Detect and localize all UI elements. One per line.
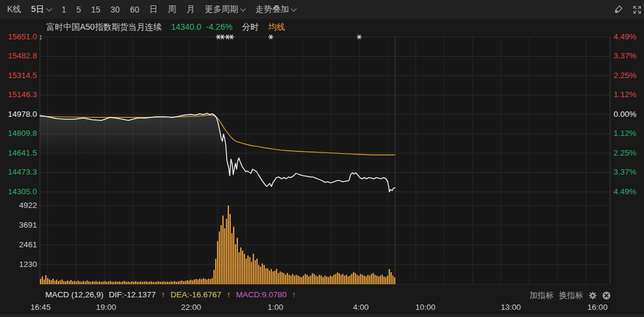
- toolbar-item-period-30min[interactable]: 30: [110, 5, 120, 14]
- chevron-down-icon: [47, 6, 52, 12]
- toolbar-item-period-5min[interactable]: 5: [76, 5, 81, 14]
- toolbar-item-label: 5: [76, 5, 81, 14]
- period-tabs: K线5日15153060日周月更多周期走势叠加: [7, 4, 296, 15]
- toolbar-item-period-5day[interactable]: 5日: [31, 4, 51, 15]
- draw-tool-icon[interactable]: [614, 5, 623, 14]
- toolbar-item-label: 月: [186, 4, 194, 15]
- toolbar-item-label: 周: [168, 4, 176, 15]
- chevron-down-icon: [291, 6, 297, 12]
- indicator-settings-gear-icon[interactable]: [589, 291, 597, 300]
- price-chart[interactable]: [0, 0, 644, 317]
- instrument-name: 富时中国A50指数期货当月连续: [47, 22, 162, 33]
- toolbar-item-label: 更多周期: [205, 4, 238, 15]
- mode-ma-tab[interactable]: 均线: [268, 22, 285, 33]
- axis-range-icon[interactable]: ↕: [39, 32, 43, 41]
- toolbar-item-label: 1: [61, 5, 66, 14]
- dea-readout: DEA:-16.6767: [171, 290, 221, 299]
- toolbar-item-more-periods[interactable]: 更多周期: [205, 4, 245, 15]
- macd-params-label: MACD (12,26,9): [45, 290, 104, 299]
- toolbar-item-period-1min[interactable]: 1: [61, 5, 66, 14]
- change-percent: -4.26%: [206, 22, 233, 32]
- indicator-controls: 加指标 换指标: [530, 290, 611, 301]
- toolbar-item-period-month[interactable]: 月: [186, 4, 194, 15]
- macd-readout: MACD:9.0780: [236, 290, 287, 299]
- last-price: 14340.0: [171, 22, 202, 32]
- dea-up-arrow-icon: ↑: [227, 290, 231, 299]
- toolbar-item-period-60min[interactable]: 60: [130, 5, 140, 14]
- toolbar-item-label: K线: [7, 4, 21, 15]
- toolbar-icons: [614, 5, 644, 14]
- add-indicator-button[interactable]: 加指标: [530, 290, 554, 301]
- mode-minute-tab[interactable]: 分时: [242, 22, 259, 33]
- fullscreen-icon[interactable]: [633, 5, 642, 14]
- macd-up-arrow-icon: ↑: [292, 290, 296, 299]
- futures-chart-window: K线5日15153060日周月更多周期走势叠加 富时中国A50指数期货当月连续 …: [0, 0, 644, 317]
- toolbar-item-kline[interactable]: K线: [7, 4, 21, 15]
- toolbar-item-label: 5日: [31, 4, 44, 15]
- indicator-close-icon[interactable]: [602, 291, 611, 300]
- toolbar-item-period-week[interactable]: 周: [168, 4, 176, 15]
- chevron-down-icon: [240, 6, 246, 12]
- period-toolbar: K线5日15153060日周月更多周期走势叠加: [0, 0, 644, 19]
- toolbar-item-label: 15: [91, 5, 101, 14]
- change-indicator-button[interactable]: 换指标: [559, 290, 584, 301]
- quote: 14340.0 -4.26%: [171, 22, 233, 32]
- toolbar-item-label: 日: [149, 4, 157, 15]
- toolbar-item-trend-overlay[interactable]: 走势叠加: [255, 4, 296, 15]
- dif-up-arrow-icon: ↑: [161, 290, 165, 299]
- toolbar-item-period-15min[interactable]: 15: [91, 5, 101, 14]
- toolbar-item-label: 60: [130, 5, 140, 14]
- toolbar-item-period-day[interactable]: 日: [149, 4, 157, 15]
- dif-readout: DIF:-12.1377: [109, 290, 156, 299]
- macd-indicator-bar: MACD (12,26,9) DIF:-12.1377 ↑ DEA:-16.67…: [45, 290, 296, 299]
- toolbar-item-label: 30: [110, 5, 120, 14]
- chart-header: 富时中国A50指数期货当月连续 14340.0 -4.26% 分时 均线: [47, 22, 285, 33]
- toolbar-item-label: 走势叠加: [255, 4, 289, 15]
